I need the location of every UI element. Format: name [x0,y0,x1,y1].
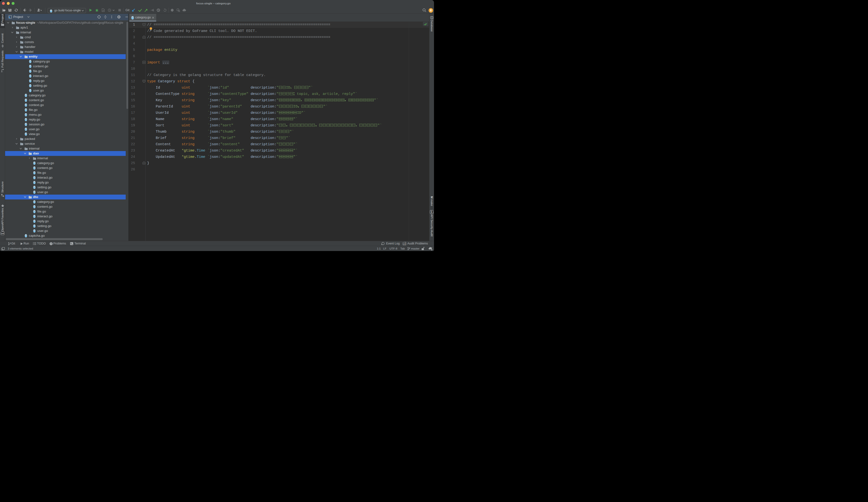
svg-text:/API: /API [403,243,406,245]
svg-text:?: ? [431,247,432,249]
svg-text:/API: /API [1,233,4,234]
